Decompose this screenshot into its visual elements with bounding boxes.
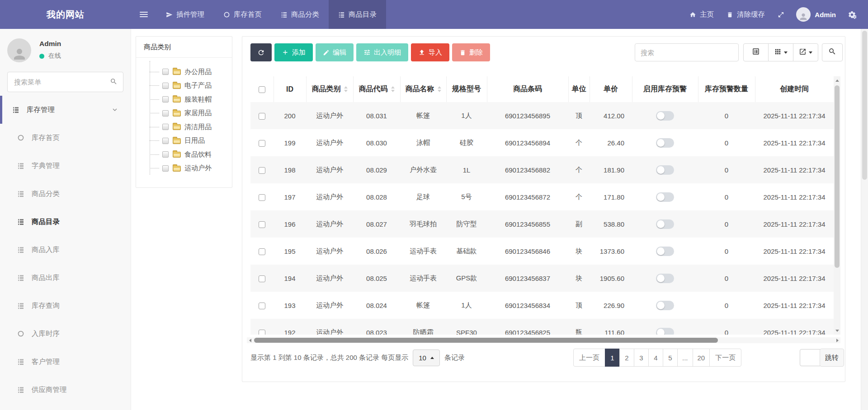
column-header-category[interactable]: 商品类别 <box>306 76 353 102</box>
sort-icon[interactable] <box>438 86 441 92</box>
delete-button[interactable]: 删除 <box>452 43 490 61</box>
table-row[interactable]: 195运动户外08.026运动手表基础款690123456846块1373.60… <box>250 238 834 265</box>
menu-search-input[interactable] <box>7 72 123 92</box>
nav-item-商品目录[interactable]: 商品目录 <box>329 0 386 29</box>
jump-button[interactable]: 跳转 <box>820 349 844 367</box>
tree-node-家居用品[interactable]: 家居用品 <box>136 107 232 121</box>
table-search-input[interactable] <box>635 43 739 61</box>
table-row[interactable]: 198运动户外08.029户外水壶1L690123456882个181.9002… <box>250 156 834 183</box>
tree-checkbox[interactable] <box>162 96 169 102</box>
table-vertical-scrollbar[interactable] <box>834 76 840 335</box>
page-button-3[interactable]: 3 <box>634 349 649 367</box>
page-size-dropdown[interactable]: 10 <box>413 349 440 366</box>
nav-item-库存首页[interactable]: 库存首页 <box>214 0 271 29</box>
table-row[interactable]: 192运动户外08.023防晒霜SPF30690123456825瓶111.60… <box>250 319 834 335</box>
sidebar-item-供应商管理[interactable]: 供应商管理 <box>0 376 131 404</box>
page-button-2[interactable]: 2 <box>619 349 634 367</box>
stock-warning-toggle[interactable] <box>656 274 674 283</box>
stock-warning-toggle[interactable] <box>656 301 674 310</box>
sidebar-item-库存查询[interactable]: 库存查询 <box>0 292 131 320</box>
stock-warning-toggle[interactable] <box>656 328 674 335</box>
scroll-right-arrow-icon[interactable] <box>834 337 840 343</box>
sidebar-item-商品出库[interactable]: 商品出库 <box>0 264 131 292</box>
stock-warning-toggle[interactable] <box>656 247 674 256</box>
select-all-checkbox[interactable] <box>259 86 265 93</box>
tree-checkbox[interactable] <box>162 138 169 144</box>
toggle-pagination-button[interactable] <box>743 43 769 61</box>
fullscreen-button[interactable] <box>771 11 791 18</box>
row-checkbox[interactable] <box>259 167 265 174</box>
tree-node-运动户外[interactable]: 运动户外 <box>136 162 232 176</box>
page-scroll-thumb[interactable] <box>862 31 867 180</box>
table-row[interactable]: 193运动户外08.024帐篷1人690123456834顶226.900202… <box>250 292 834 319</box>
nav-item-插件管理[interactable]: 插件管理 <box>156 0 214 29</box>
sidebar-item-入库时序[interactable]: 入库时序 <box>0 320 131 348</box>
tree-node-清洁用品[interactable]: 清洁用品 <box>136 120 232 134</box>
scroll-down-arrow-icon[interactable] <box>834 327 840 334</box>
tree-node-服装鞋帽[interactable]: 服装鞋帽 <box>136 93 232 107</box>
row-checkbox[interactable] <box>259 140 265 147</box>
page-button-...[interactable]: ... <box>677 349 693 367</box>
sidebar-item-客户管理[interactable]: 客户管理 <box>0 348 131 376</box>
sidebar-item-商品分类[interactable]: 商品分类 <box>0 180 131 208</box>
tree-checkbox[interactable] <box>162 69 169 75</box>
import-button[interactable]: 导入 <box>411 43 449 61</box>
stock-warning-toggle[interactable] <box>656 219 674 229</box>
nav-item-商品分类[interactable]: 商品分类 <box>271 0 329 29</box>
add-button[interactable]: 添加 <box>274 43 313 61</box>
export-button[interactable] <box>793 43 818 61</box>
row-checkbox[interactable] <box>259 303 265 309</box>
tree-node-食品饮料[interactable]: 食品饮料 <box>136 148 232 162</box>
home-link[interactable]: 主页 <box>683 10 720 19</box>
clear-cache-link[interactable]: 清除缓存 <box>720 10 771 19</box>
search-icon[interactable] <box>110 78 118 87</box>
table-row[interactable]: 196运动户外08.027羽毛球拍防守型690123456855副538.800… <box>250 210 834 238</box>
table-horizontal-scrollbar[interactable] <box>247 337 840 343</box>
tree-node-办公用品[interactable]: 办公用品 <box>136 65 232 79</box>
settings-button[interactable] <box>841 10 863 19</box>
prev-page-button[interactable]: 上一页 <box>573 349 605 367</box>
scroll-left-arrow-icon[interactable] <box>247 337 253 343</box>
stock-warning-toggle[interactable] <box>656 165 674 175</box>
row-checkbox[interactable] <box>259 113 265 120</box>
sort-icon[interactable] <box>391 86 395 92</box>
column-header-name[interactable]: 商品名称 <box>400 76 446 102</box>
tree-checkbox[interactable] <box>162 151 169 158</box>
tree-checkbox[interactable] <box>162 124 169 130</box>
sidebar-item-库存管理[interactable]: 库存管理 <box>0 96 131 124</box>
page-button-20[interactable]: 20 <box>693 349 710 367</box>
stock-warning-toggle[interactable] <box>656 192 674 202</box>
user-menu[interactable]: Admin <box>791 7 841 22</box>
table-row[interactable]: 194运动户外08.025运动手表GPS款690123456837块1905.6… <box>250 265 834 292</box>
page-button-4[interactable]: 4 <box>648 349 663 367</box>
row-checkbox[interactable] <box>259 330 265 335</box>
tree-node-日用品[interactable]: 日用品 <box>136 134 232 148</box>
tree-checkbox[interactable] <box>162 165 169 172</box>
next-page-button[interactable]: 下一页 <box>709 349 741 367</box>
vertical-scroll-thumb[interactable] <box>835 85 840 268</box>
sidebar-item-字典管理[interactable]: 字典管理 <box>0 152 131 180</box>
sidebar-item-库存首页[interactable]: 库存首页 <box>0 124 131 152</box>
page-button-1[interactable]: 1 <box>605 349 620 367</box>
stock-warning-toggle[interactable] <box>656 138 674 148</box>
page-scrollbar[interactable] <box>861 29 868 410</box>
tree-checkbox[interactable] <box>162 110 169 116</box>
row-checkbox[interactable] <box>259 221 265 228</box>
columns-button[interactable] <box>768 43 793 61</box>
table-row[interactable]: 200运动户外08.031帐篷1人690123456895顶412.000202… <box>250 102 834 129</box>
sidebar-item-商品入库[interactable]: 商品入库 <box>0 236 131 264</box>
table-row[interactable]: 197运动户外08.028足球5号690123456872个171.800202… <box>250 183 834 210</box>
edit-button[interactable]: 编辑 <box>316 43 354 61</box>
tree-checkbox[interactable] <box>162 83 169 89</box>
stock-warning-toggle[interactable] <box>656 111 674 121</box>
horizontal-scroll-thumb[interactable] <box>254 338 718 343</box>
table-row[interactable]: 199运动户外08.030泳帽硅胶690123456894个26.4002025… <box>250 129 834 156</box>
refresh-button[interactable] <box>250 43 272 61</box>
column-header-code[interactable]: 商品代码 <box>353 76 400 102</box>
row-checkbox[interactable] <box>259 248 265 255</box>
advanced-search-button[interactable] <box>822 43 843 61</box>
inout-detail-button[interactable]: 出入明细 <box>356 43 408 61</box>
row-checkbox[interactable] <box>259 194 265 201</box>
sidebar-item-商品目录[interactable]: 商品目录 <box>0 208 131 236</box>
scroll-up-arrow-icon[interactable] <box>834 77 840 84</box>
